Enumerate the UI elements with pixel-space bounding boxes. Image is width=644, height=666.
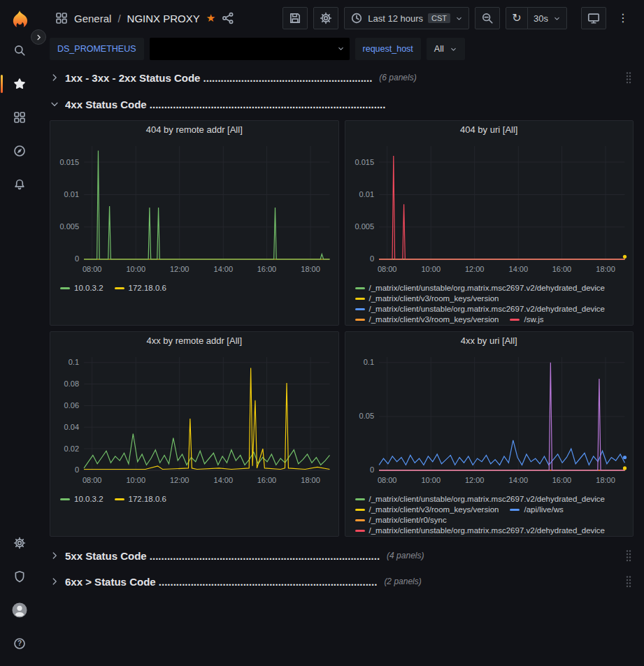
dashboard-settings-button[interactable] [313, 7, 338, 29]
shield-icon [13, 570, 26, 583]
time-series-chart[interactable]: 08:0010:0012:0014:0016:0018:0000.020.040… [50, 350, 338, 493]
chevron-right-icon [35, 34, 43, 41]
timezone-badge: CST [428, 13, 450, 23]
legend-item[interactable]: /_matrix/client/v3/room_keys/version [355, 505, 499, 514]
row-header-5xx[interactable]: 5xx Status Code ........................… [50, 546, 634, 565]
svg-text:10:00: 10:00 [421, 476, 441, 484]
datasource-variable-label[interactable]: DS_PROMETHEUS [50, 38, 144, 60]
breadcrumb-section[interactable]: General [74, 13, 111, 24]
legend: /_matrix/client/unstable/org.matrix.msc2… [345, 282, 634, 325]
svg-text:08:00: 08:00 [377, 476, 396, 484]
legend-item[interactable]: /_matrix/client/r0/sync [355, 516, 447, 524]
sidebar-collapse-button[interactable] [31, 29, 46, 45]
panel-title[interactable]: 4xx by uri [All] [345, 332, 634, 350]
legend-item[interactable]: /sw.js [510, 315, 543, 324]
panel-title[interactable]: 4xx by remote addr [All] [50, 332, 338, 350]
dashboards-grid-icon [13, 111, 26, 124]
gear-icon [13, 537, 26, 549]
legend-item[interactable]: 10.0.3.2 [60, 495, 103, 503]
chevron-right-icon [50, 551, 65, 560]
sidebar-item-configuration[interactable] [6, 529, 34, 557]
grafana-logo[interactable] [6, 6, 34, 34]
svg-text:0.005: 0.005 [355, 222, 374, 231]
sidebar-item-alerting[interactable] [6, 171, 34, 198]
request-host-variable-label[interactable]: request_host [355, 38, 421, 60]
save-icon [289, 12, 301, 24]
chevron-right-icon [50, 577, 65, 586]
row-header-1xx-3xx-2xx[interactable]: 1xx - 3xx - 2xx Status Code ............… [50, 68, 634, 87]
refresh-interval-label: 30s [534, 13, 548, 24]
legend-label: 172.18.0.6 [129, 284, 166, 292]
legend-item[interactable]: /_matrix/client/v3/room_keys/version [355, 315, 499, 324]
time-series-chart[interactable]: 08:0010:0012:0014:0016:0018:0000.050.1 [345, 350, 634, 493]
legend-label: 10.0.3.2 [74, 284, 103, 292]
legend-label: /_matrix/client/unstable/org.matrix.msc2… [369, 495, 606, 503]
svg-text:16:00: 16:00 [257, 265, 277, 273]
sidebar-item-dashboards[interactable] [6, 103, 34, 131]
save-dashboard-button[interactable] [282, 7, 308, 29]
legend-item[interactable]: 10.0.3.2 [60, 284, 103, 292]
svg-text:0.005: 0.005 [59, 222, 79, 231]
time-range-picker[interactable]: Last 12 hours CST [344, 7, 469, 29]
svg-text:0.01: 0.01 [359, 190, 373, 198]
panel-title[interactable]: 404 by uri [All] [345, 121, 634, 139]
sidebar-item-profile[interactable] [6, 596, 34, 624]
row-panel-count: (2 panels) [384, 577, 421, 586]
svg-text:18:00: 18:00 [596, 476, 615, 484]
sidebar-item-search[interactable] [6, 36, 34, 64]
time-series-chart[interactable]: 08:0010:0012:0014:0016:0018:0000.0050.01… [345, 139, 634, 282]
row-header-6xx[interactable]: 6xx > Status Code ......................… [50, 572, 634, 591]
request-host-variable-select[interactable]: All [427, 38, 465, 60]
sidebar-item-help[interactable]: ? [6, 630, 34, 658]
time-series-chart[interactable]: 08:0010:0012:0014:0016:0018:0000.0050.01… [50, 139, 338, 282]
panel-title[interactable]: 404 by remote addr [All] [50, 121, 338, 139]
sidebar-item-explore[interactable] [6, 137, 34, 165]
legend-label: /_matrix/client/v3/room_keys/version [369, 294, 499, 303]
legend: 10.0.3.2172.18.0.6 [50, 493, 338, 536]
navbar-actions: Last 12 hours CST ↻ 30s ⋮ [282, 7, 634, 29]
chevron-down-icon [50, 99, 65, 109]
navbar: General / NGINX PROXY ★ Last 12 hours CS… [38, 0, 644, 36]
refresh-button[interactable]: ↻ [506, 7, 528, 29]
row-drag-handle[interactable] [625, 71, 632, 84]
dashboard-title[interactable]: NGINX PROXY [127, 13, 200, 24]
legend-item[interactable]: /_matrix/client/v3/room_keys/version [355, 294, 499, 303]
favorite-star-icon[interactable]: ★ [206, 12, 215, 24]
legend-swatch [355, 319, 365, 321]
dashboard-body: 1xx - 3xx - 2xx Status Code ............… [38, 64, 644, 591]
sidebar-item-admin[interactable] [6, 563, 34, 591]
grafana-flame-icon [9, 9, 30, 30]
svg-text:10:00: 10:00 [126, 476, 145, 484]
legend-item[interactable]: /api/live/ws [510, 505, 563, 514]
legend-item[interactable]: 172.18.0.6 [115, 495, 166, 503]
legend-label: /_matrix/client/unstable/org.matrix.msc2… [369, 305, 606, 313]
row-drag-handle[interactable] [625, 575, 632, 588]
legend-label: /_matrix/client/unstable/org.matrix.msc2… [369, 526, 606, 535]
svg-text:12:00: 12:00 [170, 265, 189, 273]
panel-404-by-remote-addr: 404 by remote addr [All] 08:0010:0012:00… [50, 120, 339, 326]
datasource-variable-select[interactable] [150, 38, 350, 60]
svg-text:16:00: 16:00 [552, 265, 571, 273]
svg-text:0.02: 0.02 [64, 444, 79, 453]
help-icon: ? [13, 637, 26, 650]
row-header-4xx[interactable]: 4xx Status Code ........................… [50, 95, 634, 113]
kebab-icon: ⋮ [617, 13, 629, 24]
refresh-interval-dropdown[interactable]: 30s [527, 7, 567, 29]
legend-item[interactable]: /_matrix/client/unstable/org.matrix.msc2… [355, 284, 606, 292]
legend-item[interactable]: /_matrix/client/unstable/org.matrix.msc2… [355, 526, 606, 535]
share-icon[interactable] [222, 12, 234, 24]
zoom-out-button[interactable] [475, 7, 500, 29]
legend-swatch [115, 287, 124, 289]
svg-text:16:00: 16:00 [257, 476, 277, 484]
svg-text:0.06: 0.06 [64, 401, 79, 410]
row-drag-handle[interactable] [625, 549, 632, 562]
cycle-view-mode-button[interactable] [581, 7, 606, 29]
svg-text:0.1: 0.1 [363, 358, 373, 366]
panel-4xx-by-uri: 4xx by uri [All] 08:0010:0012:0014:0016:… [345, 331, 634, 537]
legend-item[interactable]: 172.18.0.6 [115, 284, 166, 292]
legend-item[interactable]: /_matrix/client/unstable/org.matrix.msc2… [355, 495, 606, 503]
sidebar-item-starred[interactable] [6, 70, 34, 98]
more-options-button[interactable]: ⋮ [612, 7, 634, 29]
legend-item[interactable]: /_matrix/client/unstable/org.matrix.msc2… [355, 305, 606, 313]
zoom-out-icon [481, 12, 494, 24]
